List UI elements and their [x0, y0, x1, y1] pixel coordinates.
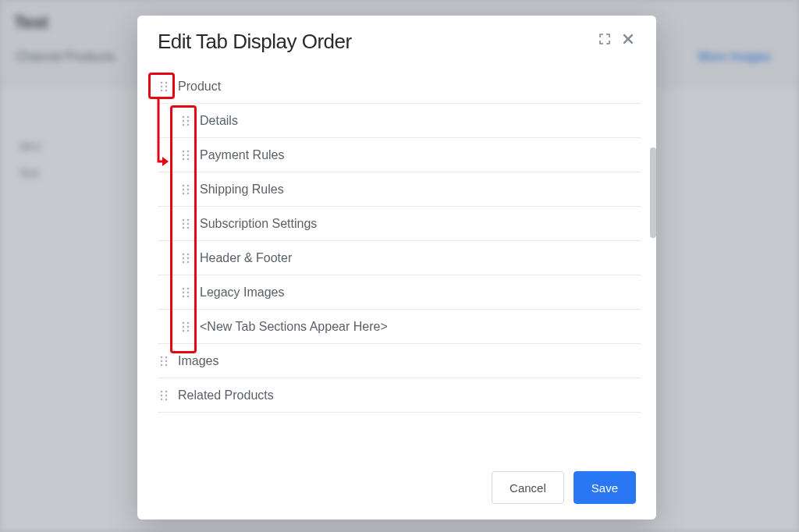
svg-point-50 — [161, 360, 162, 361]
svg-point-38 — [183, 291, 184, 293]
svg-point-54 — [161, 390, 162, 392]
cancel-button[interactable]: Cancel — [492, 471, 564, 504]
svg-point-55 — [165, 390, 167, 392]
svg-point-56 — [161, 394, 162, 395]
svg-point-52 — [161, 364, 162, 365]
scrollbar-thumb[interactable] — [650, 147, 656, 238]
svg-point-8 — [183, 119, 184, 121]
edit-tab-order-modal: Edit Tab Display Order ProductDetailsPay… — [137, 16, 656, 520]
svg-point-16 — [183, 158, 184, 159]
drag-handle-icon[interactable] — [179, 115, 192, 127]
tab-item[interactable]: Details — [158, 104, 641, 138]
tab-item-label: Details — [200, 114, 238, 128]
svg-point-39 — [187, 291, 189, 293]
svg-point-1 — [165, 81, 167, 83]
svg-point-26 — [183, 222, 184, 224]
svg-point-15 — [187, 154, 189, 155]
svg-point-33 — [187, 257, 189, 258]
svg-point-22 — [183, 192, 184, 193]
svg-point-6 — [183, 115, 184, 117]
svg-point-42 — [183, 321, 184, 323]
drag-handle-icon[interactable] — [179, 183, 192, 196]
svg-point-24 — [183, 218, 184, 220]
svg-point-43 — [187, 321, 189, 323]
tab-item-label: Payment Rules — [200, 148, 285, 162]
tab-scroll-area[interactable]: ProductDetailsPayment RulesShipping Rule… — [158, 69, 656, 457]
drag-handle-icon[interactable] — [179, 252, 192, 264]
svg-point-31 — [187, 253, 189, 254]
drag-handle-icon[interactable] — [179, 218, 192, 230]
svg-point-27 — [187, 222, 189, 224]
svg-point-45 — [187, 325, 189, 327]
save-label: Save — [591, 481, 618, 495]
svg-point-12 — [183, 150, 184, 151]
svg-point-36 — [183, 287, 184, 289]
svg-point-48 — [161, 356, 162, 357]
svg-point-58 — [161, 398, 162, 399]
tab-item[interactable]: Header & Footer — [158, 241, 641, 275]
cancel-label: Cancel — [510, 481, 546, 495]
modal-body: ProductDetailsPayment RulesShipping Rule… — [137, 62, 656, 457]
drag-handle-icon[interactable] — [179, 321, 192, 333]
svg-point-29 — [187, 226, 189, 228]
tab-item[interactable]: Related Products — [158, 378, 641, 413]
modal-footer: Cancel Save — [137, 457, 656, 520]
tab-item[interactable]: Shipping Rules — [158, 172, 641, 207]
svg-point-7 — [187, 115, 189, 117]
svg-point-20 — [183, 188, 184, 190]
tab-item[interactable]: Legacy Images — [158, 275, 641, 310]
tab-list: ProductDetailsPayment RulesShipping Rule… — [158, 69, 656, 413]
tab-item-label: Header & Footer — [200, 251, 292, 265]
tab-item[interactable]: <New Tab Sections Appear Here> — [158, 310, 641, 344]
modal-title: Edit Tab Display Order — [158, 30, 352, 54]
tab-item-label: Product — [178, 80, 221, 94]
svg-point-47 — [187, 329, 189, 331]
tab-item[interactable]: Images — [158, 344, 641, 378]
svg-point-41 — [187, 295, 189, 296]
svg-point-13 — [187, 150, 189, 151]
drag-handle-icon[interactable] — [179, 286, 192, 299]
svg-point-2 — [161, 85, 162, 87]
svg-point-32 — [183, 257, 184, 258]
tab-item[interactable]: Subscription Settings — [158, 207, 641, 241]
modal-header: Edit Tab Display Order — [137, 16, 656, 62]
svg-point-51 — [165, 360, 167, 361]
svg-point-30 — [183, 253, 184, 254]
svg-point-46 — [183, 329, 184, 331]
drag-handle-icon[interactable] — [158, 355, 170, 367]
svg-point-21 — [187, 188, 189, 190]
svg-point-11 — [187, 123, 189, 125]
svg-point-37 — [187, 287, 189, 289]
svg-point-49 — [165, 356, 167, 357]
expand-icon[interactable] — [597, 31, 613, 47]
svg-point-3 — [165, 85, 167, 87]
drag-handle-icon[interactable] — [158, 80, 170, 93]
svg-point-53 — [165, 364, 167, 365]
svg-point-44 — [183, 325, 184, 327]
svg-point-59 — [165, 398, 167, 399]
tab-item-label: Subscription Settings — [200, 217, 317, 231]
svg-point-17 — [187, 158, 189, 159]
svg-point-25 — [187, 218, 189, 220]
drag-handle-icon[interactable] — [179, 149, 192, 161]
tab-item[interactable]: Product — [158, 69, 641, 104]
svg-point-14 — [183, 154, 184, 155]
save-button[interactable]: Save — [574, 471, 636, 504]
svg-point-35 — [187, 261, 189, 262]
svg-point-28 — [183, 226, 184, 228]
svg-point-0 — [161, 81, 162, 83]
svg-point-9 — [187, 119, 189, 121]
tab-item-label: Legacy Images — [200, 286, 285, 300]
svg-point-34 — [183, 261, 184, 262]
svg-point-40 — [183, 295, 184, 296]
tab-item-label: Related Products — [178, 388, 274, 403]
svg-point-57 — [165, 394, 167, 395]
close-icon[interactable] — [620, 31, 636, 47]
tab-item[interactable]: Payment Rules — [158, 138, 641, 172]
drag-handle-icon[interactable] — [158, 389, 170, 402]
svg-point-18 — [183, 184, 184, 186]
tab-item-label: <New Tab Sections Appear Here> — [200, 320, 388, 334]
tab-item-label: Images — [178, 354, 218, 368]
svg-point-19 — [187, 184, 189, 186]
svg-point-5 — [165, 89, 167, 90]
